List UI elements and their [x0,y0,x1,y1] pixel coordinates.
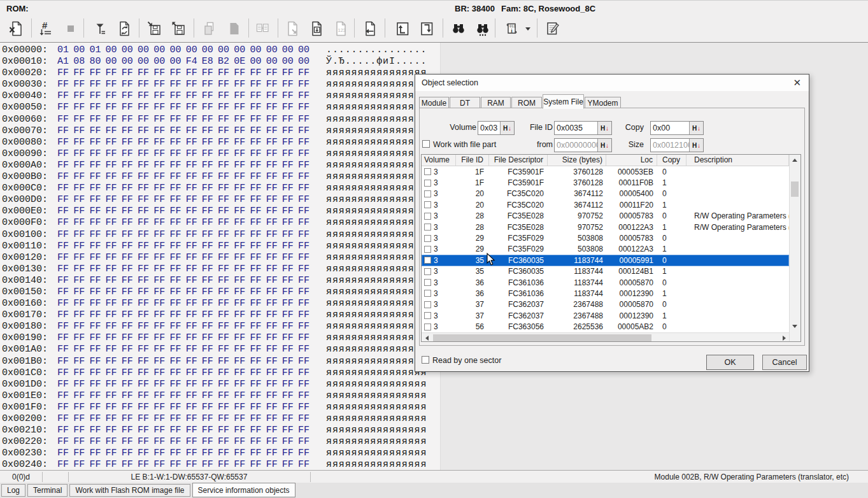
hex-row[interactable]: 0x000E0:FF FF FF FF FF FF FF FF FF FF FF… [0,206,440,217]
hex-bytes[interactable]: FF FF FF FF FF FF FF FF FF FF FF FF FF F… [57,287,309,298]
hex-bytes[interactable]: FF FF FF FF FF FF FF FF FF FF FF FF FF F… [57,459,309,470]
hex-bytes[interactable]: FF FF FF FF FF FF FF FF FF FF FF FF FF F… [57,390,309,402]
hex-ascii[interactable]: яяяяяяяяяяяяяяяя [326,448,427,459]
volume-hex-button[interactable]: H↓ [500,122,514,134]
hex-bytes[interactable]: FF FF FF FF FF FF FF FF FF FF FF FF FF F… [57,137,309,148]
hex-ascii[interactable]: яяяяяяяяяяяяяяяя [326,90,427,102]
hex-ascii[interactable]: яяяяяяяяяяяяяяяя [326,102,427,113]
hex-row[interactable]: 0x000D0:FF FF FF FF FF FF FF FF FF FF FF… [0,194,440,206]
hex-ascii[interactable]: яяяяяяяяяяяяяяяя [326,413,427,425]
row-checkbox[interactable] [424,224,431,231]
hex-ascii[interactable]: яяяяяяяяяяяяяяяя [326,206,427,217]
hex-ascii[interactable]: яяяяяяяяяяяяяяяя [326,171,427,183]
hex-bytes[interactable]: FF FF FF FF FF FF FF FF FF FF FF FF FF F… [57,90,309,102]
column-header-file-descriptor[interactable]: File Descriptor [489,155,548,166]
hex-row[interactable]: 0x00110:FF FF FF FF FF FF FF FF FF FF FF… [0,241,440,252]
hex-row[interactable]: 0x00190:FF FF FF FF FF FF FF FF FF FF FF… [0,332,440,344]
hex-ascii[interactable]: яяяяяяяяяяяяяяяя [326,241,427,252]
hex-ascii[interactable]: яяяяяяяяяяяяяяяя [326,68,427,79]
hex-row[interactable]: 0x000F0:FF FF FF FF FF FF FF FF FF FF FF… [0,217,440,229]
hex-ascii[interactable]: яяяяяяяяяяяяяяяя [326,459,427,470]
hex-row[interactable]: 0x00230:FF FF FF FF FF FF FF FF FF FF FF… [0,448,440,459]
hex-ascii[interactable]: яяяяяяяяяяяяяяяя [326,275,427,287]
hex-bytes[interactable]: FF FF FF FF FF FF FF FF FF FF FF FF FF F… [57,252,309,264]
hex-row[interactable]: 0x00040:FF FF FF FF FF FF FF FF FF FF FF… [0,90,440,102]
hex-ascii[interactable]: яяяяяяяяяяяяяяяя [326,298,427,309]
hex-ascii[interactable]: яяяяяяяяяяяяяяяя [326,321,427,332]
hex-bytes[interactable]: FF FF FF FF FF FF FF FF FF FF FF FF FF F… [57,367,309,379]
hex-bytes[interactable]: A1 08 80 00 00 00 00 00 F4 E8 B2 0E 00 0… [57,56,309,68]
hex-row[interactable]: 0x001F0:FF FF FF FF FF FF FF FF FF FF FF… [0,402,440,413]
reload-image-button[interactable] [113,18,136,39]
hex-row[interactable]: 0x00150:FF FF FF FF FF FF FF FF FF FF FF… [0,287,440,298]
hex-bytes[interactable]: FF FF FF FF FF FF FF FF FF FF FF FF FF F… [57,183,309,194]
hex-row[interactable]: 0x00200:FF FF FF FF FF FF FF FF FF FF FF… [0,413,440,425]
hex-ascii[interactable]: яяяяяяяяяяяяяяяя [326,114,427,125]
hex-bytes[interactable]: 01 00 01 00 00 00 00 00 00 00 00 00 00 0… [57,45,309,56]
row-checkbox[interactable] [424,235,431,242]
import-doc-button[interactable] [305,18,328,39]
file-id-input[interactable]: 0x0035 H↓ [554,121,612,135]
row-checkbox[interactable] [424,190,431,197]
hex-bytes[interactable]: FF FF FF FF FF FF FF FF FF FF FF FF FF F… [57,229,309,241]
hex-ascii[interactable]: яяяяяяяяяяяяяяяя [326,194,427,206]
hex-ascii[interactable]: яяяяяяяяяяяяяяяя [326,217,427,229]
hex-row[interactable]: 0x00120:FF FF FF FF FF FF FF FF FF FF FF… [0,252,440,264]
hex-row[interactable]: 0x00240:FF FF FF FF FF FF FF FF FF FF FF… [0,459,440,470]
row-checkbox[interactable] [424,301,431,308]
hex-row[interactable]: 0x000C0:FF FF FF FF FF FF FF FF FF FF FF… [0,183,440,194]
hex-ascii[interactable]: яяяяяяяяяяяяяяяя [326,183,427,194]
previous-doc-button[interactable] [359,18,381,39]
hex-row[interactable]: 0x001E0:FF FF FF FF FF FF FF FF FF FF FF… [0,390,440,402]
hex-bytes[interactable]: FF FF FF FF FF FF FF FF FF FF FF FF FF F… [57,425,309,436]
hex-bytes[interactable]: FF FF FF FF FF FF FF FF FF FF FF FF FF F… [57,448,309,459]
find-next-button[interactable] [471,18,494,39]
row-checkbox[interactable] [424,168,431,175]
scroll-down-icon[interactable] [790,321,800,331]
hex-row[interactable]: 0x00020:FF FF FF FF FF FF FF FF FF FF FF… [0,68,440,79]
hex-editor[interactable]: 0x00000:01 00 01 00 00 00 00 00 00 00 00… [0,43,441,470]
find-button[interactable] [447,18,470,39]
dialog-title-bar[interactable]: Object selection ✕ [415,75,809,91]
row-checkbox[interactable] [424,180,431,187]
column-header-file-id[interactable]: File ID [456,155,489,166]
hex-bytes[interactable]: FF FF FF FF FF FF FF FF FF FF FF FF FF F… [57,68,309,79]
hex-bytes[interactable]: FF FF FF FF FF FF FF FF FF FF FF FF FF F… [57,309,309,321]
scroll-up-icon[interactable] [790,155,800,165]
close-file-button[interactable] [5,18,28,39]
hex-row[interactable]: 0x00050:FF FF FF FF FF FF FF FF FF FF FF… [0,102,440,113]
hex-ascii[interactable]: яяяяяяяяяяяяяяяя [326,252,427,264]
row-checkbox[interactable] [424,312,431,319]
cancel-button[interactable]: Cancel [762,355,807,370]
hex-ascii[interactable]: яяяяяяяяяяяяяяяя [326,229,427,241]
hex-row[interactable]: 0x00180:FF FF FF FF FF FF FF FF FF FF FF… [0,321,440,332]
hex-row[interactable]: 0x00100:FF FF FF FF FF FF FF FF FF FF FF… [0,229,440,241]
hex-row[interactable]: 0x00220:FF FF FF FF FF FF FF FF FF FF FF… [0,436,440,448]
table-row[interactable]: 31FFC35901F3760128000053EB0 [422,166,789,177]
read-by-one-sector-checkbox[interactable] [422,356,429,364]
save-to-file-button[interactable] [167,18,190,39]
table-row[interactable]: 336FC3610361183744000123901 [422,288,789,299]
hex-row[interactable]: 0x000B0:FF FF FF FF FF FF FF FF FF FF FF… [0,171,440,183]
hex-ascii[interactable]: яяяяяяяяяяяяяяяя [326,332,427,344]
table-row[interactable]: 337FC3620372367488000123901 [422,310,789,321]
table-row[interactable]: 329FC35F029503808000057830 [422,232,789,243]
table-row[interactable]: 337FC3620372367488000058700 [422,299,789,310]
hex-row[interactable]: 0x00060:FF FF FF FF FF FF FF FF FF FF FF… [0,114,440,125]
row-checkbox[interactable] [424,246,431,253]
hex-ascii[interactable]: яяяяяяяяяяяяяяяя [326,425,427,436]
hex-row[interactable]: 0x00010:A1 08 80 00 00 00 00 00 F4 E8 B2… [0,56,440,68]
object-info-dropdown[interactable] [523,18,532,39]
hex-row[interactable]: 0x00130:FF FF FF FF FF FF FF FF FF FF FF… [0,264,440,275]
hex-bytes[interactable]: FF FF FF FF FF FF FF FF FF FF FF FF FF F… [57,264,309,275]
volume-input[interactable]: 0x03 H↓ [478,121,515,135]
hex-row[interactable]: 0x000A0:FF FF FF FF FF FF FF FF FF FF FF… [0,160,440,171]
hex-row[interactable]: 0x001D0:FF FF FF FF FF FF FF FF FF FF FF… [0,379,440,390]
vertical-scrollbar[interactable] [789,155,800,341]
row-checkbox[interactable] [424,290,431,297]
hex-bytes[interactable]: FF FF FF FF FF FF FF FF FF FF FF FF FF F… [57,206,309,217]
column-header-volume[interactable]: Volume [422,155,456,166]
hex-row[interactable]: 0x001B0:FF FF FF FF FF FF FF FF FF FF FF… [0,356,440,367]
hex-ascii[interactable]: яяяяяяяяяяяяяяяя [326,264,427,275]
row-checkbox[interactable] [424,324,431,331]
